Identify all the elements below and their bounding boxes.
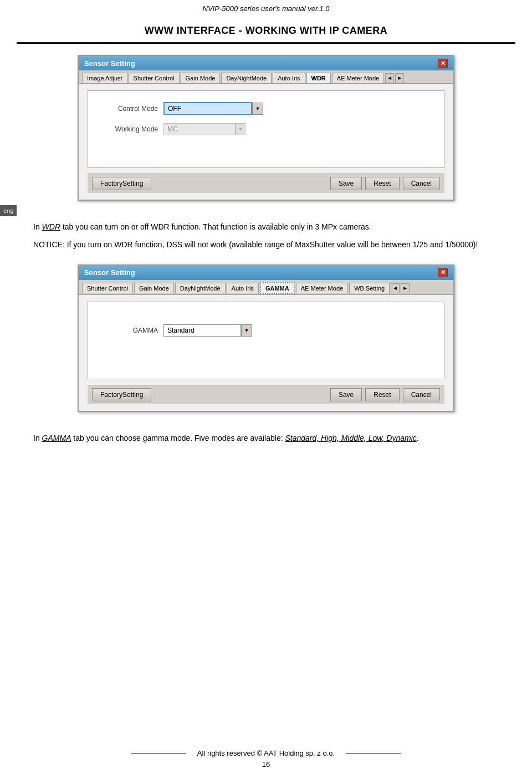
paragraph2: NOTICE: If you turn on WDR function, DSS… [33, 238, 499, 251]
dialog2-factory-button[interactable]: FactorySetting [92, 388, 151, 401]
control-mode-select-wrapper: OFF ▼ [163, 102, 263, 115]
footer-text: All rights reserved © AAT Holding sp. z … [197, 749, 335, 757]
tab-daynight-mode[interactable]: DayNightMode [221, 73, 272, 83]
sensor-setting-dialog-1: Sensor Setting ✕ Image Adjust Shutter Co… [78, 55, 454, 201]
working-mode-select-wrapper: MC ▼ [163, 123, 245, 135]
dialog1-title: Sensor Setting [84, 59, 135, 68]
dialog2-cancel-button[interactable]: Cancel [403, 388, 440, 401]
control-mode-arrow[interactable]: ▼ [252, 103, 263, 115]
footer-line-left [131, 753, 186, 753]
dialog1-footer: FactorySetting Save Reset Cancel [88, 174, 444, 193]
paragraph3: In GAMMA tab you can choose gamma mode. … [33, 432, 499, 444]
dialog1-close-button[interactable]: ✕ [438, 59, 448, 68]
footer-line-right [346, 753, 401, 753]
working-mode-label: Working Mode [97, 125, 158, 133]
tab2-auto-iris[interactable]: Auto Iris [227, 283, 259, 293]
control-mode-label: Control Mode [97, 105, 158, 113]
section-title: WWW INTERFACE - WORKING WITH IP CAMERA [0, 15, 532, 42]
working-mode-row: Working Mode MC ▼ [97, 123, 435, 135]
dialog1-tabs: Image Adjust Shutter Control Gain Mode D… [79, 70, 453, 84]
tab-auto-iris[interactable]: Auto Iris [273, 73, 305, 83]
dialog2-save-button[interactable]: Save [330, 388, 362, 401]
dialog2-footer: FactorySetting Save Reset Cancel [88, 385, 444, 404]
dialog2-title: Sensor Setting [84, 268, 135, 277]
dialog1-cancel-button[interactable]: Cancel [403, 177, 440, 190]
dialog2-body: GAMMA Standard ▼ FactorySetting [79, 295, 453, 411]
dialog2-titlebar: Sensor Setting ✕ [79, 266, 453, 280]
tab-shutter-control[interactable]: Shutter Control [129, 73, 180, 83]
dialog2-container: Sensor Setting ✕ Shutter Control Gain Mo… [33, 264, 499, 422]
tab-wdr[interactable]: WDR [306, 73, 331, 83]
tab-nav-prev-2[interactable]: ◄ [391, 283, 400, 293]
tab-nav-next-2[interactable]: ► [401, 283, 410, 293]
gamma-select-wrapper: Standard ▼ [163, 324, 252, 337]
page-header: NVIP-5000 series user's manual ver.1.0 [0, 0, 532, 15]
tab-image-adjust[interactable]: Image Adjust [82, 73, 127, 83]
dialog1-titlebar: Sensor Setting ✕ [79, 56, 453, 70]
dialog1-body: Control Mode OFF ▼ Working Mode [79, 84, 453, 200]
control-mode-select[interactable]: OFF [163, 102, 252, 115]
tab2-shutter-control[interactable]: Shutter Control [82, 283, 133, 293]
paragraph1: In WDR tab you can turn on or off WDR fu… [33, 221, 499, 233]
sensor-setting-dialog-2: Sensor Setting ✕ Shutter Control Gain Mo… [78, 264, 454, 412]
page-footer: All rights reserved © AAT Holding sp. z … [0, 749, 532, 757]
tab-ae-meter-mode[interactable]: AE Meter Mode [332, 73, 384, 83]
page-number: 16 [0, 760, 532, 768]
dialog2-tabs: Shutter Control Gain Mode DayNightMode A… [79, 280, 453, 295]
working-mode-arrow-disabled: ▼ [236, 123, 245, 135]
tab-nav-prev-1[interactable]: ◄ [385, 73, 394, 83]
dialog1-inner-box: Control Mode OFF ▼ Working Mode [88, 90, 444, 168]
dialog1-reset-button[interactable]: Reset [365, 177, 399, 190]
divider-top [17, 42, 515, 44]
tab2-gamma[interactable]: GAMMA [260, 282, 295, 294]
gamma-row: GAMMA Standard ▼ [97, 324, 435, 337]
control-mode-row: Control Mode OFF ▼ [97, 102, 435, 115]
working-mode-select-disabled: MC [163, 123, 236, 135]
tab-nav-next-1[interactable]: ► [395, 73, 404, 83]
dialog1-container: Sensor Setting ✕ Image Adjust Shutter Co… [33, 55, 499, 211]
dialog2-close-button[interactable]: ✕ [438, 268, 448, 277]
tab2-wb-setting[interactable]: WB Setting [349, 283, 390, 293]
eng-label: eng [0, 205, 17, 216]
gamma-select[interactable]: Standard [163, 324, 241, 337]
tab-gain-mode[interactable]: Gain Mode [181, 73, 221, 83]
dialog1-save-button[interactable]: Save [330, 177, 362, 190]
tab2-ae-meter-mode[interactable]: AE Meter Mode [296, 283, 348, 293]
gamma-arrow[interactable]: ▼ [241, 324, 252, 337]
tab2-gain-mode[interactable]: Gain Mode [134, 283, 174, 293]
dialog2-reset-button[interactable]: Reset [365, 388, 399, 401]
tab2-daynight-mode[interactable]: DayNightMode [175, 283, 226, 293]
gamma-label: GAMMA [97, 327, 158, 334]
dialog1-factory-button[interactable]: FactorySetting [92, 177, 151, 190]
dialog2-inner-box: GAMMA Standard ▼ [88, 302, 444, 379]
